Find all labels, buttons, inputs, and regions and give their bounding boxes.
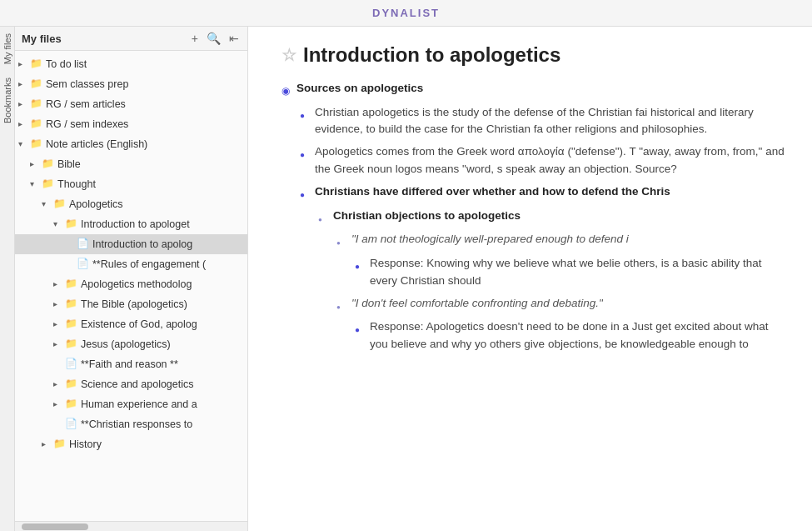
search-button[interactable]: 🔍 — [205, 32, 222, 45]
tree-item-history[interactable]: 📁History — [15, 434, 247, 454]
sidebar-actions: + 🔍 ⇤ — [190, 32, 241, 45]
tree-item-bible-apol[interactable]: 📁The Bible (apologetics) — [15, 294, 247, 314]
tree-label-human-exp: Human experience and a — [81, 396, 197, 413]
bullet-text-2: Apologetics comes from the Greek word απ… — [315, 143, 787, 178]
tree-item-science-apol[interactable]: 📁Science and apologetics — [15, 374, 247, 394]
bullet-dot-8 — [355, 318, 370, 338]
tree-icon-intro-apol-folder: 📁 — [65, 216, 78, 232]
tree-icon-apologetics: 📁 — [53, 196, 67, 212]
bullet-text-4: Christian objections to apologetics — [333, 208, 521, 225]
tree-item-rg-indexes[interactable]: 📁RG / sem indexes — [15, 114, 247, 134]
tree-item-bible[interactable]: 📁Bible — [15, 154, 247, 174]
content-area: ☆ Introduction to apologetics Sources on… — [248, 27, 812, 531]
tree-arrow-rg-indexes — [18, 118, 30, 131]
bullet-text-7: "I don't feel comfortable confronting an… — [351, 295, 603, 313]
bullet-text-6: Response: Knowing why we believe what we… — [370, 255, 787, 290]
bullet-row-3: Christians have differed over whether an… — [300, 183, 787, 203]
tree-icon-thought: 📁 — [42, 176, 55, 192]
bullet-text-5: "I am not theologically well-prepared en… — [351, 231, 629, 248]
tree-arrow-bible-apol — [53, 298, 65, 311]
bullet-row-1: Christian apologetics is the study of th… — [300, 104, 787, 139]
star-icon[interactable]: ☆ — [281, 45, 296, 65]
tree-item-jesus-apol[interactable]: 📁Jesus (apologetics) — [15, 334, 247, 354]
scrollbar-thumb[interactable] — [22, 523, 88, 530]
main-layout: My files Bookmarks My files + 🔍 ⇤ 📁To do… — [0, 27, 812, 531]
bullets-container: Sources on apologeticsChristian apologet… — [281, 80, 787, 353]
tree-item-faith-reason[interactable]: 📄**Faith and reason ** — [15, 354, 247, 374]
tree-label-intro-apol-doc: Introduction to apolog — [92, 236, 192, 253]
tree-icon-intro-apol-doc: 📄 — [77, 236, 90, 252]
tree-label-bible: Bible — [57, 156, 81, 173]
tree-label-sem-classes: Sem classes prep — [46, 76, 128, 93]
bullet-text-8: Response: Apologetics doesn't need to be… — [370, 318, 787, 353]
tree-arrow-thought — [30, 178, 42, 191]
sidebar-title: My files — [22, 33, 62, 45]
tree-icon-todo: 📁 — [30, 56, 43, 72]
bullet-text-1: Christian apologetics is the study of th… — [315, 104, 787, 139]
tree-item-human-exp[interactable]: 📁Human experience and a — [15, 394, 247, 414]
bullet-row-0: Sources on apologetics — [281, 80, 787, 99]
tree-arrow-history — [42, 438, 53, 451]
tree-icon-faith-reason: 📄 — [65, 356, 78, 372]
tree-item-christian-responses[interactable]: 📄**Christian responses to — [15, 414, 247, 434]
tree-item-thought[interactable]: 📁Thought — [15, 174, 247, 194]
bullet-text-3: Christians have differed over whether an… — [315, 183, 670, 201]
bullet-row-4: Christian objections to apologetics — [318, 208, 787, 227]
tree-label-bible-apol: The Bible (apologetics) — [81, 296, 187, 313]
tree-label-thought: Thought — [57, 176, 96, 193]
tree-label-rules-engagement: **Rules of engagement ( — [92, 256, 206, 273]
tree-arrow-bible — [30, 158, 42, 171]
tree-arrow-rg-articles — [18, 98, 30, 111]
tree-label-jesus-apol: Jesus (apologetics) — [81, 336, 171, 353]
tree-icon-jesus-apol: 📁 — [65, 336, 78, 352]
tree-item-rules-engagement[interactable]: 📄**Rules of engagement ( — [15, 254, 247, 274]
collapse-button[interactable]: ⇤ — [227, 32, 241, 45]
tree-arrow-intro-apol-folder — [53, 218, 65, 231]
bullet-row-6: Response: Knowing why we believe what we… — [355, 255, 787, 290]
tab-bookmarks[interactable]: Bookmarks — [1, 71, 14, 130]
tree-item-apol-method[interactable]: 📁Apologetics methodolog — [15, 274, 247, 294]
bullet-row-5: "I am not theologically well-prepared en… — [336, 231, 787, 250]
tree-arrow-jesus-apol — [53, 338, 65, 351]
tree-label-note-articles: Note articles (English) — [46, 136, 147, 153]
tree-icon-rules-engagement: 📄 — [77, 256, 90, 272]
tree-icon-sem-classes: 📁 — [30, 76, 43, 92]
bullet-dot-0 — [281, 80, 296, 99]
tree-arrow-sem-classes — [18, 78, 30, 91]
add-button[interactable]: + — [190, 32, 200, 45]
bullet-row-2: Apologetics comes from the Greek word απ… — [300, 143, 787, 178]
tab-my-files[interactable]: My files — [1, 27, 14, 71]
bullet-row-7: "I don't feel comfortable confronting an… — [336, 295, 787, 314]
bullet-dot-3 — [300, 183, 315, 203]
tree-item-rg-articles[interactable]: 📁RG / sem articles — [15, 94, 247, 114]
tree-icon-bible-apol: 📁 — [65, 296, 78, 312]
tree-icon-rg-indexes: 📁 — [30, 116, 43, 132]
tree-label-existence-god: Existence of God, apolog — [81, 316, 197, 333]
tree-item-sem-classes[interactable]: 📁Sem classes prep — [15, 74, 247, 94]
tree-item-existence-god[interactable]: 📁Existence of God, apolog — [15, 314, 247, 334]
bullet-dot-7 — [336, 295, 351, 314]
tree-item-intro-apol-folder[interactable]: 📁Introduction to apologet — [15, 214, 247, 234]
tree-arrow-apologetics — [42, 198, 53, 211]
sidebar: My files + 🔍 ⇤ 📁To do list📁Sem classes p… — [15, 27, 248, 531]
tree-label-apol-method: Apologetics methodolog — [81, 276, 192, 293]
app-title: DYNALIST — [372, 7, 440, 19]
tree-item-apologetics[interactable]: 📁Apologetics — [15, 194, 247, 214]
sidebar-header: My files + 🔍 ⇤ — [15, 27, 247, 51]
tree-icon-science-apol: 📁 — [65, 376, 78, 392]
tree-icon-note-articles: 📁 — [30, 136, 43, 152]
tree-icon-christian-responses: 📄 — [65, 416, 78, 432]
tree-label-history: History — [69, 436, 102, 453]
bullet-dot-1 — [300, 104, 315, 123]
tree-item-note-articles[interactable]: 📁Note articles (English) — [15, 134, 247, 154]
tree-item-todo[interactable]: 📁To do list — [15, 54, 247, 74]
bullet-dot-5 — [336, 231, 351, 250]
tree-icon-history: 📁 — [53, 436, 67, 452]
tree-label-christian-responses: **Christian responses to — [81, 416, 192, 433]
tree-item-intro-apol-doc[interactable]: 📄Introduction to apolog — [15, 234, 247, 254]
tree-label-todo: To do list — [46, 56, 87, 73]
sidebar-scrollbar-horizontal[interactable] — [15, 521, 247, 531]
tree-icon-bible: 📁 — [42, 156, 55, 172]
tree-icon-existence-god: 📁 — [65, 316, 78, 332]
tree-label-intro-apol-folder: Introduction to apologet — [81, 216, 190, 233]
